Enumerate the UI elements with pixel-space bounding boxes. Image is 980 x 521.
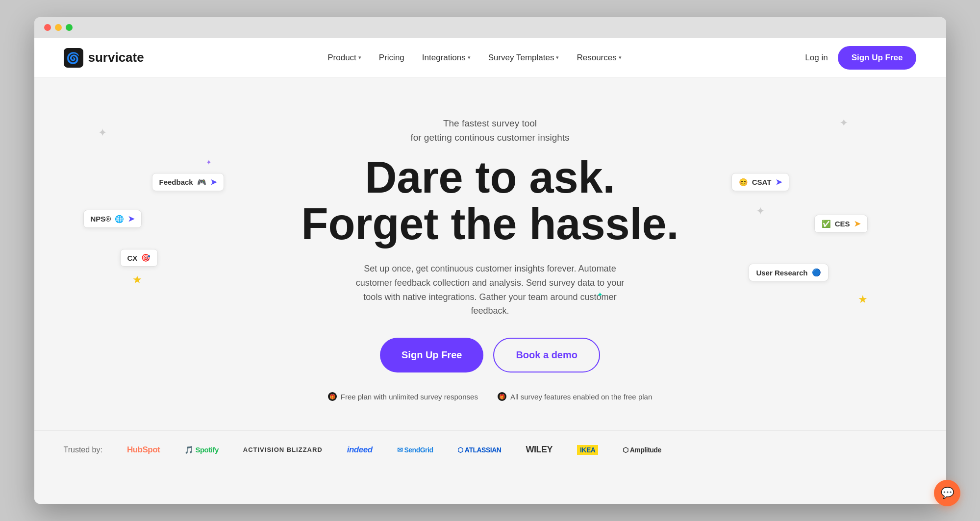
cx-label: CX	[127, 254, 138, 262]
minimize-button[interactable]	[55, 24, 62, 31]
nav-item-templates[interactable]: Survey Templates ▾	[481, 49, 566, 67]
check-icon: 🎁	[328, 392, 337, 401]
nav-link-product[interactable]: Product ▾	[321, 49, 368, 67]
browser-window: 🌀 survicate Product ▾ Pricing	[34, 17, 946, 504]
spotify-logo: 🎵 Spotify	[184, 446, 219, 454]
csat-emoji: 😊	[739, 178, 748, 187]
cursor-icon: ➤	[776, 177, 782, 187]
badge-csat: 😊 CSAT ➤	[731, 173, 789, 191]
star-icon: ★	[132, 273, 142, 286]
nav-item-integrations[interactable]: Integrations ▾	[415, 49, 477, 67]
svg-text:🌀: 🌀	[66, 51, 80, 65]
nav-actions: Log in Sign Up Free	[805, 46, 916, 70]
user-research-icon: 🔵	[812, 268, 821, 277]
badge-ces: ✅ CES ➤	[814, 215, 868, 233]
chat-bubble[interactable]: 💬	[934, 480, 960, 506]
ikea-logo: IKEA	[577, 445, 598, 455]
maximize-button[interactable]	[66, 24, 73, 31]
logo-icon: 🌀	[64, 48, 83, 68]
hero-feature-2: 🎁 All survey features enabled on the fre…	[498, 392, 652, 401]
trusted-label: Trusted by:	[64, 446, 102, 454]
sparkle-icon: ✦	[98, 126, 107, 139]
badge-user-research: User Research 🔵	[749, 264, 828, 281]
hero-buttons: Sign Up Free Book a demo	[54, 338, 927, 372]
cx-icon: 🎯	[141, 253, 151, 262]
hero-section: ✦ ✦ ✦ ★ ✦ ✦ ★ ✦ Feedback 🎮 ➤ NPS® 🌐 ➤ CX…	[34, 77, 946, 430]
hero-title: Dare to ask. Forget the hassle.	[54, 154, 927, 247]
csat-label: CSAT	[752, 178, 772, 186]
activision-logo: ACTIVISION BLIZZARD	[243, 446, 323, 453]
chevron-down-icon: ▾	[468, 54, 471, 61]
badge-feedback: Feedback 🎮 ➤	[152, 173, 224, 191]
sendgrid-logo: ✉ SendGrid	[397, 446, 433, 454]
cursor-icon: ➤	[854, 219, 860, 228]
logo-text: survicate	[88, 50, 144, 65]
badge-cx: CX 🎯	[120, 249, 158, 267]
wiley-logo: WILEY	[526, 445, 553, 455]
hero-signup-button[interactable]: Sign Up Free	[380, 338, 483, 372]
nav-links: Product ▾ Pricing Integrations ▾	[321, 49, 628, 67]
nav-signup-button[interactable]: Sign Up Free	[838, 46, 917, 70]
hubspot-logo: HubSpot	[127, 445, 160, 455]
chevron-down-icon: ▾	[556, 54, 559, 61]
nav-link-pricing[interactable]: Pricing	[372, 49, 411, 67]
chat-icon: 💬	[941, 487, 954, 499]
feedback-label: Feedback	[159, 178, 193, 186]
user-research-label: User Research	[756, 269, 807, 277]
chevron-down-icon: ▾	[619, 54, 622, 61]
hero-demo-button[interactable]: Book a demo	[493, 338, 600, 372]
nps-label: NPS®	[91, 215, 111, 223]
star-icon: ★	[858, 293, 868, 306]
badge-nps: NPS® 🌐 ➤	[83, 210, 142, 228]
chevron-down-icon: ▾	[358, 54, 361, 61]
hero-features: 🎁 Free plan with unlimited survey respon…	[54, 392, 927, 401]
sparkle-icon: ✦	[206, 158, 212, 166]
nav-link-integrations[interactable]: Integrations ▾	[415, 49, 477, 67]
ces-label: CES	[835, 220, 850, 228]
browser-content: 🌀 survicate Product ▾ Pricing	[34, 38, 946, 504]
login-link[interactable]: Log in	[805, 53, 828, 63]
hero-subtitle: The fastest survey tool for getting cont…	[54, 117, 927, 145]
trusted-logos: HubSpot 🎵 Spotify ACTIVISION BLIZZARD in…	[127, 445, 661, 455]
nav-link-resources[interactable]: Resources ▾	[570, 49, 628, 67]
cursor-icon: ➤	[128, 214, 134, 223]
check-icon: 🎁	[498, 392, 506, 401]
feedback-icon: 🎮	[197, 178, 206, 187]
close-button[interactable]	[44, 24, 51, 31]
sparkle-icon: ✦	[597, 291, 603, 298]
trusted-bar: Trusted by: HubSpot 🎵 Spotify ACTIVISION…	[34, 430, 946, 469]
logo[interactable]: 🌀 survicate	[64, 48, 144, 68]
browser-titlebar	[34, 17, 946, 38]
indeed-logo: indeed	[347, 445, 373, 455]
amplitude-logo: ⬡ Amplitude	[623, 446, 661, 454]
ces-emoji: ✅	[822, 220, 831, 228]
nav-item-product[interactable]: Product ▾	[321, 49, 368, 67]
nav-item-resources[interactable]: Resources ▾	[570, 49, 628, 67]
atlassian-logo: ⬡ ATLASSIAN	[457, 446, 501, 454]
hero-description: Set up once, get continuous customer ins…	[353, 262, 628, 318]
navbar: 🌀 survicate Product ▾ Pricing	[34, 38, 946, 77]
nav-item-pricing[interactable]: Pricing	[372, 49, 411, 67]
cursor-icon: ➤	[210, 177, 217, 187]
sparkle-icon: ✦	[756, 205, 765, 218]
hero-feature-1: 🎁 Free plan with unlimited survey respon…	[328, 392, 478, 401]
sparkle-icon: ✦	[839, 117, 848, 129]
nav-link-templates[interactable]: Survey Templates ▾	[481, 49, 566, 67]
nps-icon: 🌐	[115, 215, 124, 223]
